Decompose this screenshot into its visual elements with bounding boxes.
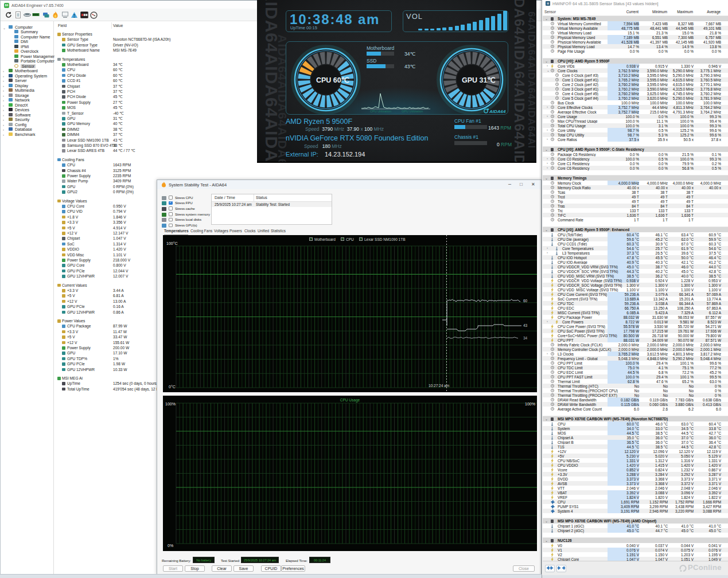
svg-text:CPU Usage: CPU Usage: [340, 398, 360, 403]
svg-text:100°C: 100°C: [166, 241, 178, 245]
svg-text:0%: 0%: [168, 544, 173, 548]
svg-text:100%: 100%: [165, 402, 176, 406]
svg-text:0°C: 0°C: [169, 385, 176, 389]
svg-text:34: 34: [523, 336, 528, 340]
svg-text:43: 43: [523, 323, 528, 327]
svg-text:10:27:24 am: 10:27:24 am: [429, 384, 449, 388]
svg-text:60: 60: [523, 299, 528, 303]
svg-text:100%: 100%: [525, 402, 535, 406]
